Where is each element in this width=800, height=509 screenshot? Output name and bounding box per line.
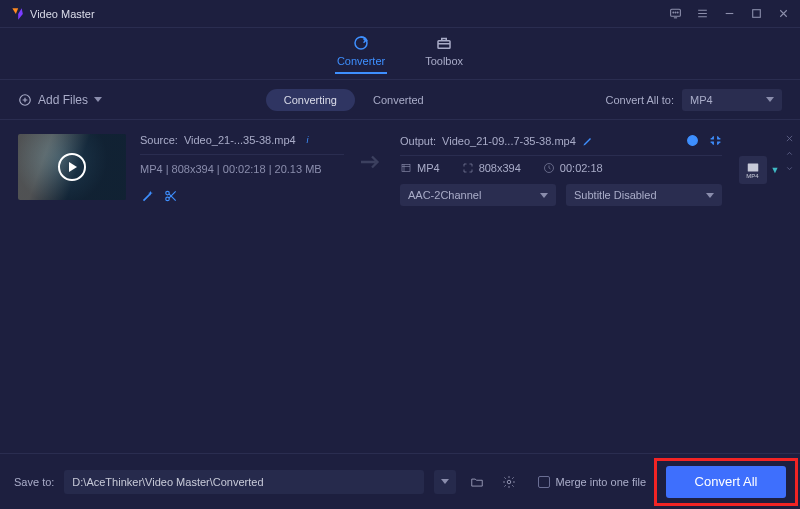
output-duration: 00:02:18 [560,162,603,174]
info-circle-icon[interactable] [686,134,699,147]
clock-icon [543,162,555,174]
save-path-value: D:\AceThinker\Video Master\Converted [72,476,263,488]
merge-option: Merge into one file [538,476,647,488]
sub-tabs: Converting Converted [266,89,442,111]
title-controls [669,7,790,20]
output-resolution: 808x394 [479,162,521,174]
source-line: Source: Video_21-...35-38.mp4 i [140,134,344,155]
arrow-column [358,154,386,170]
maximize-icon[interactable] [750,7,763,20]
svg-point-15 [508,480,512,484]
folder-icon [470,475,484,489]
settings-button[interactable] [498,471,520,493]
footer: Save to: D:\AceThinker\Video Master\Conv… [0,453,800,509]
file-icon [746,162,760,173]
output-column: Output: Video_21-09...7-35-38.mp4 MP4 80… [400,134,722,206]
chevron-down-icon [766,97,774,102]
svg-point-2 [675,12,676,13]
source-tools [140,189,344,203]
feedback-icon[interactable] [669,7,682,20]
source-meta: MP4 | 808x394 | 00:02:18 | 20.13 MB [140,163,344,175]
expand-icon [462,162,474,174]
video-thumbnail[interactable] [18,134,126,200]
subtab-converted[interactable]: Converted [355,89,442,111]
chevron-down-icon [94,97,102,102]
svg-point-3 [677,12,678,13]
convert-all-to-select[interactable]: MP4 [682,89,782,111]
converter-icon [352,34,370,52]
tab-toolbox-label: Toolbox [425,55,463,67]
output-filename: Video_21-09...7-35-38.mp4 [442,135,576,147]
convert-all-button[interactable]: Convert All [666,466,786,498]
title-left: Video Master [10,7,95,21]
file-row: Source: Video_21-...35-38.mp4 i MP4 | 80… [0,120,800,220]
audio-select[interactable]: AAC-2Channel [400,184,556,206]
app-title: Video Master [30,8,95,20]
chevron-down-icon [706,193,714,198]
svg-rect-12 [402,165,410,172]
app-logo-icon [10,7,24,21]
convert-all-label: Convert All [695,474,758,489]
source-filename: Video_21-...35-38.mp4 [184,134,296,146]
toolbox-icon [435,34,453,52]
format-badge-button[interactable]: MP4 [739,156,767,184]
source-label: Source: [140,134,178,146]
scissors-icon[interactable] [164,189,178,203]
convert-all-to-label: Convert All to: [606,94,674,106]
svg-point-1 [673,12,674,13]
svg-rect-4 [753,10,761,18]
menu-icon[interactable] [696,7,709,20]
compress-icon[interactable] [709,134,722,147]
subtitle-select[interactable]: Subtitle Disabled [566,184,722,206]
tab-toolbox[interactable]: Toolbox [425,34,463,73]
info-icon[interactable]: i [302,134,314,146]
film-icon [400,162,412,174]
row-controls [785,134,794,173]
minimize-icon[interactable] [723,7,736,20]
audio-value: AAC-2Channel [408,189,481,201]
format-badge-label: MP4 [746,173,758,179]
output-label: Output: [400,135,436,147]
svg-text:i: i [306,135,309,145]
move-up-icon[interactable] [785,149,794,158]
arrow-right-icon [361,154,383,170]
convert-all-to: Convert All to: MP4 [606,89,782,111]
add-files-button[interactable]: Add Files [18,93,102,107]
edit-icon[interactable] [582,135,594,147]
subtitle-value: Subtitle Disabled [574,189,657,201]
tab-converter-label: Converter [337,55,385,67]
chevron-down-icon [540,193,548,198]
close-icon[interactable] [777,7,790,20]
toolbar: Add Files Converting Converted Convert A… [0,80,800,120]
subtab-converting[interactable]: Converting [266,89,355,111]
add-files-label: Add Files [38,93,88,107]
output-line: Output: Video_21-09...7-35-38.mp4 [400,134,722,156]
main-tabs: Converter Toolbox [0,28,800,80]
format-box: MP4 ▼ [736,156,782,184]
chevron-down-icon [441,479,449,484]
output-stats: MP4 808x394 00:02:18 [400,162,722,174]
play-icon[interactable] [58,153,86,181]
merge-label: Merge into one file [556,476,647,488]
merge-checkbox[interactable] [538,476,550,488]
convert-all-to-value: MP4 [690,94,713,106]
save-path-field[interactable]: D:\AceThinker\Video Master\Converted [64,470,424,494]
output-format: MP4 [417,162,440,174]
gear-icon [502,475,516,489]
format-dropdown-icon[interactable]: ▼ [771,165,780,175]
open-folder-button[interactable] [466,471,488,493]
move-down-icon[interactable] [785,164,794,173]
remove-row-icon[interactable] [785,134,794,143]
source-column: Source: Video_21-...35-38.mp4 i MP4 | 80… [140,134,344,203]
titlebar: Video Master [0,0,800,28]
svg-rect-14 [747,163,758,171]
path-dropdown[interactable] [434,470,456,494]
wand-icon[interactable] [140,189,154,203]
save-to-label: Save to: [14,476,54,488]
plus-circle-icon [18,93,32,107]
tab-converter[interactable]: Converter [337,34,385,73]
